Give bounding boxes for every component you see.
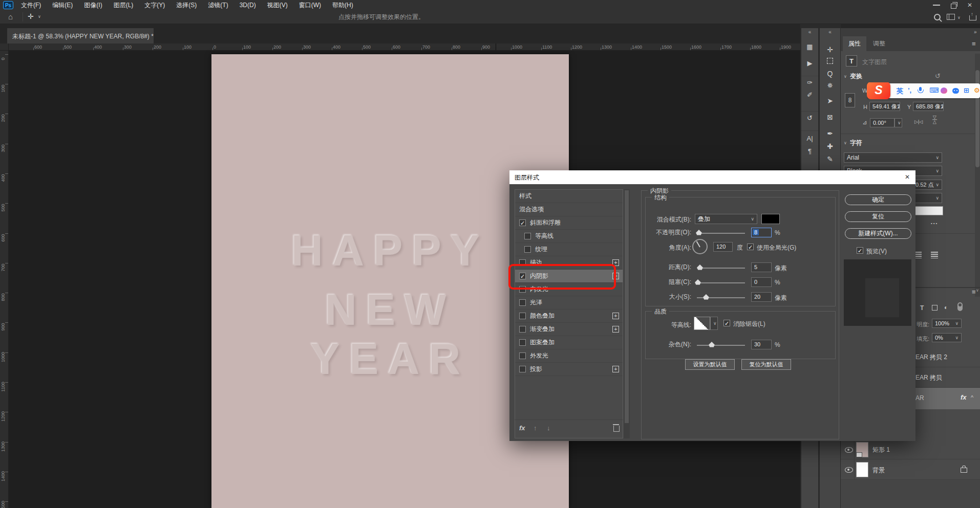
brush-settings-panel-icon[interactable]: ✑ (801, 79, 818, 86)
fx-icon[interactable]: fx (961, 393, 967, 401)
menu-3[interactable]: 图像(I) (78, 0, 108, 10)
panel-menu-icon[interactable]: ≡ (972, 40, 976, 48)
angle-input[interactable]: 120 (713, 242, 733, 252)
glyphs-panel-icon[interactable]: A| (801, 135, 818, 142)
brushes-panel-icon[interactable]: ✐ (801, 91, 818, 99)
link-dimensions-icon[interactable]: 8 (845, 93, 855, 107)
y-input[interactable]: 685.88 像素 (913, 102, 944, 111)
menu-8[interactable]: 3D(D) (234, 0, 262, 10)
brush-tool[interactable]: ✎ (820, 155, 840, 163)
move-tool-icon[interactable]: ✛ (28, 12, 34, 20)
blend-mode-select[interactable]: 叠加∨ (695, 214, 757, 224)
new-style-button[interactable]: 新建样式(W)... (845, 228, 911, 239)
top-ruler[interactable]: 6005004003002001000100200300400500600700… (9, 43, 800, 51)
opacity-value[interactable]: 100% (935, 320, 949, 326)
skin-icon[interactable] (941, 87, 947, 94)
healing-brush-tool[interactable]: ✚ (820, 142, 840, 150)
close-button[interactable]: ✕ (967, 2, 972, 9)
chevron-down-icon[interactable]: ∨ (898, 120, 901, 125)
actions-panel-icon[interactable]: ▶ (801, 59, 818, 67)
chevron-down-icon[interactable]: ∨ (844, 74, 847, 79)
menu-6[interactable]: 选择(S) (171, 0, 202, 10)
layers-panel-menu-icon[interactable]: ≡ (972, 288, 976, 296)
share-icon[interactable] (969, 15, 976, 20)
fill-value[interactable]: 0% (935, 335, 943, 341)
style-checkbox[interactable] (519, 313, 526, 319)
flip-horizontal-icon[interactable]: ▷|◁ (914, 119, 923, 124)
filter-type-icon[interactable]: T (920, 304, 924, 312)
add-effect-icon[interactable]: + (612, 313, 619, 319)
noise-slider[interactable] (697, 345, 745, 346)
collapse-panels-icon[interactable]: « (801, 29, 818, 35)
reset-transform-icon[interactable]: ↺ (935, 72, 941, 80)
minimize-button[interactable] (933, 5, 940, 6)
contour-swatch[interactable] (694, 317, 710, 330)
history-panel-icon[interactable]: ↺ (801, 114, 818, 122)
punctuation-icon[interactable]: ’, (908, 86, 911, 94)
menu-1[interactable]: 文件(F) (15, 0, 47, 10)
paragraph-panel-icon[interactable]: ¶ (801, 147, 818, 155)
set-default-button[interactable]: 设置为默认值 (685, 359, 735, 370)
magic-wand-tool[interactable]: ✵ (820, 81, 840, 90)
ruler-corner[interactable] (0, 43, 9, 51)
opacity-input[interactable]: 8 (751, 228, 772, 237)
style-item-10[interactable]: 渐变叠加+ (515, 323, 623, 336)
menu-7[interactable]: 滤镜(T) (202, 0, 233, 10)
chevron-down-icon[interactable]: ∨ (844, 141, 847, 145)
style-list-scrollbar[interactable] (624, 189, 630, 438)
robot-icon[interactable] (952, 88, 959, 94)
opacity-slider[interactable] (697, 233, 745, 234)
style-checkbox[interactable] (519, 326, 526, 333)
style-item-4[interactable]: 纹理 (515, 243, 623, 256)
style-item-13[interactable]: 投影+ (515, 363, 623, 376)
fx-icon[interactable]: fx (519, 424, 525, 432)
lock-icon[interactable] (961, 468, 967, 473)
home-icon[interactable]: ⌂ (8, 12, 13, 21)
tab-properties[interactable]: 属性 (843, 36, 866, 51)
style-item-3[interactable]: 等高线 (515, 230, 623, 243)
style-checkbox[interactable] (519, 352, 526, 359)
style-item-1[interactable]: 混合选项 (515, 203, 623, 216)
style-item-0[interactable]: 样式 (515, 190, 623, 203)
dialog-title-bar[interactable]: 图层样式 ✕ (509, 170, 915, 184)
layer-name[interactable]: 背景 (872, 466, 885, 475)
choke-input[interactable]: 0 (751, 277, 772, 287)
align-left-icon[interactable] (914, 252, 922, 258)
apps-grid-icon[interactable]: ⊞ (964, 86, 969, 94)
collapse-effects-icon[interactable]: ^ (971, 394, 973, 401)
style-item-2[interactable]: ✓斜面和浮雕 (515, 216, 623, 230)
move-effect-up-icon[interactable]: ↑ (534, 424, 537, 432)
frame-tool[interactable]: ⊠ (820, 113, 840, 121)
move-effect-down-icon[interactable]: ↓ (547, 424, 550, 432)
filter-toggle-icon[interactable] (957, 302, 963, 311)
add-effect-icon[interactable]: + (612, 366, 619, 372)
layer-row-rect[interactable]: 矩形 1 (841, 440, 980, 459)
layer-thumbnail[interactable] (856, 442, 868, 457)
style-checkbox[interactable]: ✓ (519, 219, 526, 226)
choke-slider[interactable] (697, 282, 745, 283)
distance-input[interactable]: 5 (751, 262, 772, 272)
chevron-down-icon[interactable]: ∨ (955, 335, 958, 340)
reset-button[interactable]: 复位 (845, 211, 911, 222)
style-checkbox[interactable] (519, 299, 526, 306)
distance-slider[interactable] (697, 268, 745, 269)
lang-toggle-en[interactable]: 英 (897, 86, 903, 96)
antialias-checkbox[interactable]: ✓ (723, 320, 730, 326)
font-family-select[interactable]: Arial∨ (844, 152, 942, 163)
preview-checkbox[interactable]: ✓ (857, 247, 863, 254)
angle-dial[interactable] (692, 239, 708, 254)
menu-10[interactable]: 窗口(W) (293, 0, 327, 10)
menu-4[interactable]: 图层(L) (108, 0, 139, 10)
reset-default-button[interactable]: 复位为默认值 (741, 359, 791, 370)
move-tool[interactable]: ✛ (820, 46, 840, 54)
size-input[interactable]: 20 (751, 292, 772, 302)
menu-2[interactable]: 编辑(E) (47, 0, 78, 10)
layer-row-background[interactable]: 背景 (841, 459, 980, 480)
shadow-color-swatch[interactable] (761, 214, 780, 224)
workspace-layout-icon[interactable] (947, 14, 955, 20)
restore-button[interactable] (951, 4, 956, 9)
layer-thumbnail[interactable] (856, 462, 868, 477)
style-checkbox[interactable] (524, 246, 531, 253)
left-ruler[interactable]: 0100200300400500600700800900100011001200… (0, 51, 9, 508)
style-item-8[interactable]: 光泽 (515, 296, 623, 310)
